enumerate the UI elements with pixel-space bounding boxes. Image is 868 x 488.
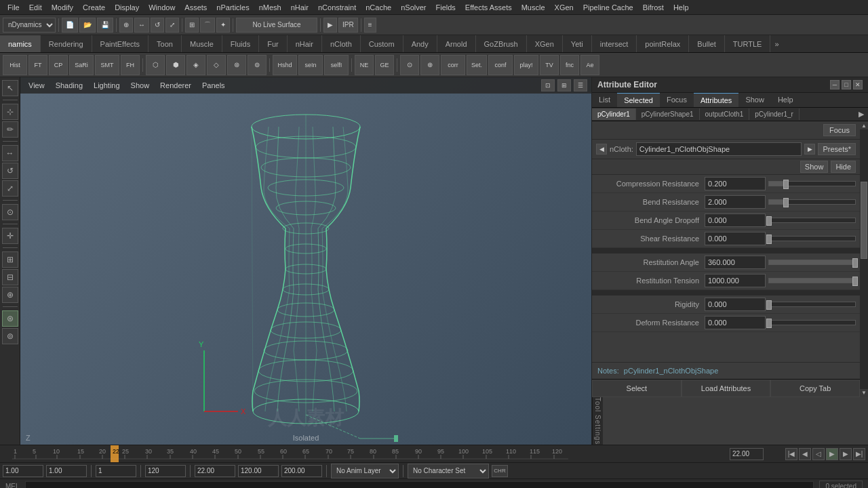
ncloth-right-arrow[interactable]: ▶: [804, 144, 815, 155]
vp-shading-btn[interactable]: Shading: [52, 80, 87, 91]
menu-xgen[interactable]: XGen: [550, 2, 578, 13]
shelf-play[interactable]: play!: [514, 55, 538, 75]
shelf-ae[interactable]: Ae: [580, 55, 599, 75]
anim-layer-select[interactable]: No Anim Layer: [331, 464, 399, 479]
menu-file[interactable]: File: [3, 2, 24, 13]
attr-input-shear[interactable]: [705, 232, 766, 245]
tab-xgen[interactable]: XGen: [527, 35, 563, 52]
scroll-track[interactable]: [860, 129, 868, 389]
shelf-tv[interactable]: TV: [540, 55, 559, 75]
shelf-smt[interactable]: SMT: [95, 55, 119, 75]
rotate-btn[interactable]: ↺: [2, 163, 18, 179]
go-last-btn[interactable]: ▶|: [853, 448, 865, 460]
attr-tab-help[interactable]: Help: [771, 93, 800, 107]
range-end-input[interactable]: [46, 465, 87, 477]
snap-grid-btn[interactable]: ⊞: [185, 18, 199, 33]
grid-btn[interactable]: ⊞: [2, 251, 18, 268]
tab-fur[interactable]: Fur: [259, 35, 288, 52]
scroll-down-arrow[interactable]: ▼: [860, 389, 868, 397]
frame-end-input[interactable]: [145, 465, 186, 477]
menu-pipeline-cache[interactable]: Pipeline Cache: [578, 2, 638, 13]
shelf-fnc[interactable]: fnc: [560, 55, 579, 75]
frame-input[interactable]: [96, 465, 136, 477]
hide-btn[interactable]: Hide: [831, 161, 856, 173]
menu-effects-assets[interactable]: Effects Assets: [460, 2, 517, 13]
menu-nmesh[interactable]: nMesh: [254, 2, 286, 13]
range-start-input[interactable]: [3, 465, 43, 477]
play-forward-btn[interactable]: ▶: [826, 448, 838, 460]
shelf-ft[interactable]: FT: [28, 55, 47, 75]
scale-btn[interactable]: ⤢: [2, 180, 18, 197]
shelf-cloth5[interactable]: ⊛: [227, 55, 246, 75]
tab-bar-arrow[interactable]: »: [770, 37, 783, 51]
vp-renderer-btn[interactable]: Renderer: [156, 80, 195, 91]
tab-rendering[interactable]: Rendering: [41, 35, 92, 52]
vp-lighting-btn[interactable]: Lighting: [90, 80, 124, 91]
attr-slider-stitension[interactable]: [768, 278, 856, 283]
menu-modify[interactable]: Modify: [47, 2, 78, 13]
shelf-ge[interactable]: GE: [375, 55, 394, 75]
scroll-thumb[interactable]: [861, 182, 867, 260]
menu-nhair[interactable]: nHair: [286, 2, 313, 13]
tab-muscle[interactable]: Muscle: [182, 35, 222, 52]
obj-tabs-arrow[interactable]: ▶: [854, 108, 868, 121]
step-fwd-btn[interactable]: ▶: [840, 448, 852, 460]
snap-btn[interactable]: ⊟: [2, 269, 18, 285]
attr-tab-attributes[interactable]: Attributes: [694, 93, 738, 107]
attr-input-stitension[interactable]: [705, 274, 766, 287]
show-manips-btn[interactable]: ✛: [2, 228, 18, 244]
shelf-selfi[interactable]: selfI: [324, 55, 349, 75]
vp-icon3[interactable]: ☰: [574, 79, 587, 92]
shelf-cp[interactable]: CP: [49, 55, 68, 75]
shelf-sar[interactable]: SaRi: [69, 55, 94, 75]
play-back-btn[interactable]: ◁: [812, 448, 825, 460]
shelf-set[interactable]: Set.: [467, 55, 487, 75]
translate-tool-btn[interactable]: ↔: [134, 18, 149, 33]
range-end2-input[interactable]: [238, 465, 279, 477]
soft-sel-btn[interactable]: ⊙: [2, 204, 18, 220]
shelf-corr[interactable]: corr: [441, 55, 465, 75]
shelf-cloth2[interactable]: ⬢: [166, 55, 185, 75]
tab-fluids[interactable]: Fluids: [222, 35, 259, 52]
show-btn[interactable]: Show: [800, 161, 829, 173]
tab-andy[interactable]: Andy: [403, 35, 437, 52]
vp-icon1[interactable]: ⊡: [541, 79, 555, 92]
attr-slider-restitangle[interactable]: [768, 260, 856, 265]
menu-edit[interactable]: Edit: [24, 2, 47, 13]
char-set-btn[interactable]: CHR: [492, 465, 508, 477]
menu-assets[interactable]: Assets: [180, 2, 212, 13]
attr-slider-deform[interactable]: [768, 320, 856, 325]
workspace-selector[interactable]: nDynamics: [3, 18, 56, 33]
attr-close-btn[interactable]: ✕: [853, 80, 863, 89]
vp-icon2[interactable]: ⊞: [557, 79, 571, 92]
open-scene-btn[interactable]: 📂: [79, 18, 96, 33]
select-btn[interactable]: Select: [592, 380, 682, 397]
shelf-hist[interactable]: Hist: [3, 55, 27, 75]
presets-btn[interactable]: Presets*: [818, 143, 856, 155]
deform-btn[interactable]: ⊕: [2, 287, 18, 303]
attr-tab-selected[interactable]: Selected: [617, 93, 660, 107]
tab-custom[interactable]: Custom: [361, 35, 403, 52]
tool-settings-tab[interactable]: Tool Settings: [592, 397, 603, 445]
attr-slider-rigidity[interactable]: [768, 302, 856, 307]
attr-maximize-btn[interactable]: □: [842, 80, 851, 89]
obj-tab-pcylinder1r[interactable]: pCylinder1_r: [749, 108, 800, 120]
ncloth-left-arrow[interactable]: ◀: [596, 144, 607, 155]
vp-show-btn[interactable]: Show: [127, 80, 154, 91]
obj-tab-outputcloth1[interactable]: outputCloth1: [700, 108, 750, 120]
command-line[interactable]: [25, 481, 814, 489]
attr-tab-list[interactable]: List: [592, 93, 617, 107]
attr-minimize-btn[interactable]: ─: [830, 80, 840, 89]
focus-btn[interactable]: Focus: [823, 124, 856, 136]
copy-tab-btn[interactable]: Copy Tab: [770, 380, 860, 397]
step-back-btn[interactable]: ◀: [799, 448, 811, 460]
tab-nhair[interactable]: nHair: [288, 35, 322, 52]
menu-muscle[interactable]: Muscle: [517, 2, 550, 13]
obj-tab-pcylinder1[interactable]: pCylinder1: [592, 108, 636, 120]
tab-toon[interactable]: Toon: [149, 35, 182, 52]
live-surface-btn[interactable]: No Live Surface: [236, 18, 317, 33]
snap-point-btn[interactable]: ✦: [216, 18, 230, 33]
shelf-sein[interactable]: seIn: [298, 55, 323, 75]
tab-intersect[interactable]: intersect: [592, 35, 637, 52]
shelf-cloth4[interactable]: ◇: [207, 55, 226, 75]
